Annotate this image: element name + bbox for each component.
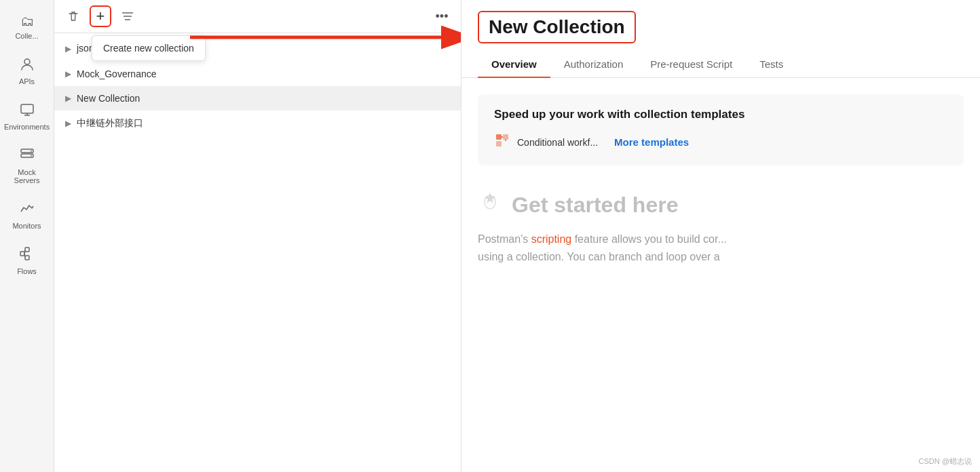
chevron-icon: ▶: [65, 44, 71, 54]
mock-servers-icon: [20, 147, 35, 165]
collection-item[interactable]: ▶ Mock_Governance: [54, 62, 461, 86]
tabs-row: Overview Authorization Pre-request Scrip…: [478, 52, 964, 77]
svg-point-6: [31, 151, 32, 152]
scripting-link[interactable]: scripting: [531, 233, 572, 245]
sidebar-collections-label: Colle...: [15, 32, 38, 40]
collections-icon: 🗂: [20, 14, 34, 29]
svg-rect-1: [21, 104, 33, 113]
sidebar-mock-label: Mock Servers: [8, 168, 46, 184]
collection-item[interactable]: ▶ 中继链外部接口: [54, 111, 461, 136]
tab-tests[interactable]: Tests: [746, 52, 797, 78]
sidebar-nav: 🗂 Colle... APIs Environments: [0, 0, 54, 472]
monitors-icon: [20, 201, 35, 219]
svg-line-11: [24, 250, 25, 254]
template-icon: [494, 132, 510, 152]
svg-rect-17: [496, 134, 502, 140]
get-started-title: Get started here: [512, 193, 678, 218]
sidebar-item-monitors[interactable]: Monitors: [3, 194, 52, 237]
svg-line-12: [24, 254, 25, 258]
collection-name: New Collection: [77, 93, 140, 104]
plus-icon: +: [96, 9, 105, 24]
sidebar-item-collections[interactable]: 🗂 Colle...: [3, 7, 52, 47]
sidebar-environments-label: Environments: [4, 123, 50, 131]
get-started-header: Get started here: [478, 190, 964, 220]
svg-rect-18: [503, 134, 508, 140]
postman-logo-icon: [478, 190, 502, 220]
sidebar-item-flows[interactable]: Flows: [3, 239, 52, 282]
templates-row: Conditional workf... More templates: [494, 132, 947, 152]
sidebar-apis-label: APIs: [19, 77, 35, 85]
tab-overview[interactable]: Overview: [478, 52, 550, 78]
main-content: New Collection Overview Authorization Pr…: [461, 0, 980, 472]
watermark: CSDN @蜡志说: [919, 456, 972, 467]
svg-rect-19: [496, 141, 502, 146]
collection-name: Mock_Governance: [77, 68, 157, 79]
svg-rect-10: [25, 256, 29, 260]
tab-pre-request-script[interactable]: Pre-request Script: [637, 52, 746, 78]
sidebar-item-mock-servers[interactable]: Mock Servers: [3, 140, 52, 191]
tab-authorization[interactable]: Authorization: [550, 52, 637, 78]
sidebar-item-apis[interactable]: APIs: [3, 50, 52, 92]
chevron-icon: ▶: [65, 69, 71, 79]
panel-toolbar: + •••: [54, 0, 461, 33]
collection-item-active[interactable]: ▶ New Collection: [54, 86, 461, 111]
sidebar-flows-label: Flows: [17, 267, 37, 275]
collections-panel: + ••• Create new collection ▶ jsonrpc接口 …: [54, 0, 461, 472]
get-started-body: Postman's scripting feature allows you t…: [478, 231, 964, 248]
apis-icon: [20, 56, 35, 75]
svg-point-7: [31, 155, 32, 157]
create-collection-tooltip: Create new collection: [92, 35, 206, 61]
tooltip-text: Create new collection: [103, 43, 194, 54]
collection-title: New Collection: [478, 11, 636, 43]
environments-icon: [20, 102, 35, 120]
sidebar-item-environments[interactable]: Environments: [3, 95, 52, 138]
svg-point-0: [24, 59, 30, 64]
collection-title-row: New Collection: [478, 11, 964, 43]
templates-card-title: Speed up your work with collection templ…: [494, 108, 947, 121]
template-item[interactable]: Conditional workf...: [494, 132, 598, 152]
dots-icon: •••: [436, 9, 449, 24]
chevron-icon: ▶: [65, 119, 71, 128]
sidebar-monitors-label: Monitors: [12, 222, 41, 230]
get-started-section: Get started here Postman's scripting fea…: [478, 184, 964, 265]
main-body: Speed up your work with collection templ…: [461, 78, 980, 472]
filter-button[interactable]: [117, 5, 138, 27]
collection-name: 中继链外部接口: [77, 117, 143, 130]
chevron-icon: ▶: [65, 94, 71, 103]
delete-button[interactable]: [62, 5, 84, 27]
svg-rect-9: [25, 248, 29, 252]
svg-rect-8: [20, 252, 24, 256]
flows-icon: [20, 246, 35, 264]
more-templates-link[interactable]: More templates: [614, 136, 689, 148]
more-options-button[interactable]: •••: [431, 5, 453, 27]
templates-card: Speed up your work with collection templ…: [478, 94, 964, 165]
get-started-body-line2: using a collection. You can branch and l…: [478, 248, 964, 266]
collection-header: New Collection Overview Authorization Pr…: [461, 0, 980, 78]
add-collection-button[interactable]: +: [90, 5, 111, 27]
template-label: Conditional workf...: [517, 137, 598, 148]
